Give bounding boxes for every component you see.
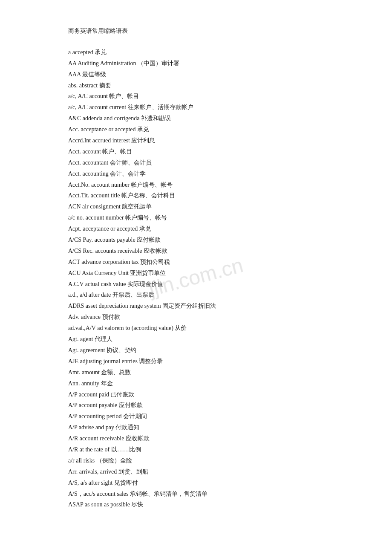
list-item: a/c, A/C account 帐户、帐目 — [68, 91, 324, 102]
list-item: A&C addenda and corrigenda 补遗和勘误 — [68, 113, 324, 124]
list-item: Ann. annuity 年金 — [68, 378, 324, 389]
list-item: ad.val.,A/V ad valorem to (according val… — [68, 323, 324, 334]
list-item: A/CS Pay. accounts payable 应付帐款 — [68, 234, 324, 246]
list-item: A/S，acc/s account sales 承销帐、承销清单，售货清单 — [68, 489, 324, 500]
list-item: A/P account payable 应付帐款 — [68, 400, 324, 411]
list-item: a/c no. account number 帐户编号、帐号 — [68, 212, 324, 223]
list-item: AJE adjusting journal entries 调整分录 — [68, 356, 324, 367]
page-title: 商务英语常用缩略语表 — [68, 26, 324, 37]
list-item: Acpt. acceptance or accepted 承兑 — [68, 223, 324, 234]
list-item: abs. abstract 摘要 — [68, 80, 324, 91]
list-item: Accrd.Int accrued interest 应计利息 — [68, 135, 324, 146]
list-item: ASAP as soon as possible 尽快 — [68, 499, 324, 510]
entries-list: a accepted 承兑AA Auditing Administration … — [68, 47, 324, 510]
list-item: Acc. acceptance or accepted 承兑 — [68, 124, 324, 135]
list-item: a.d., a/d after date 开票后、出票后 — [68, 289, 324, 301]
list-item: ACU Asia Currency Unit 亚洲货币单位 — [68, 268, 324, 279]
list-item: ADRS asset depreciation range system 固定资… — [68, 301, 324, 312]
list-item: A/P advise and pay 付款通知 — [68, 422, 324, 433]
list-item: Acct.No. account number 帐户编号、帐号 — [68, 179, 324, 191]
list-item: Arr. arrivals, arrived 到货、到船 — [68, 466, 324, 477]
list-item: A/P accounting period 会计期间 — [68, 411, 324, 422]
list-item: Adv. advance 预付款 — [68, 312, 324, 323]
list-item: a accepted 承兑 — [68, 47, 324, 58]
list-item: Acct.Tit. account title 帐户名称、会计科目 — [68, 190, 324, 201]
list-item: ACT advance corporation tax 预扣公司税 — [68, 257, 324, 268]
list-item: A/CS Rec. accounts receivable 应收帐款 — [68, 246, 324, 257]
list-item: A/S, a/s after sight 见货即付 — [68, 477, 324, 489]
list-item: A/P account paid 已付账款 — [68, 389, 324, 400]
list-item: Acct. account 帐户、帐目 — [68, 146, 324, 157]
list-item: Agt. agent 代理人 — [68, 334, 324, 345]
list-item: AA Auditing Administration （中国）审计署 — [68, 58, 324, 69]
list-item: a/c, A/C account current 往来帐户、活期存款帐户 — [68, 102, 324, 113]
list-item: A.C.V actual cash value 实际现金价值 — [68, 279, 324, 290]
list-item: Acct. accounting 会计、会计学 — [68, 168, 324, 179]
list-item: a/r all risks （保险）全险 — [68, 455, 324, 466]
list-item: ACN air consignment 航空托运单 — [68, 201, 324, 212]
list-item: Amt. amount 金额、总数 — [68, 367, 324, 378]
list-item: AAA 最佳等级 — [68, 69, 324, 80]
list-item: A/R account receivable 应收帐款 — [68, 433, 324, 444]
list-item: Agt. agreement 协议、契约 — [68, 345, 324, 356]
list-item: A/R at the rate of 以……比例 — [68, 444, 324, 455]
list-item: Acct. accountant 会计师、会计员 — [68, 157, 324, 168]
